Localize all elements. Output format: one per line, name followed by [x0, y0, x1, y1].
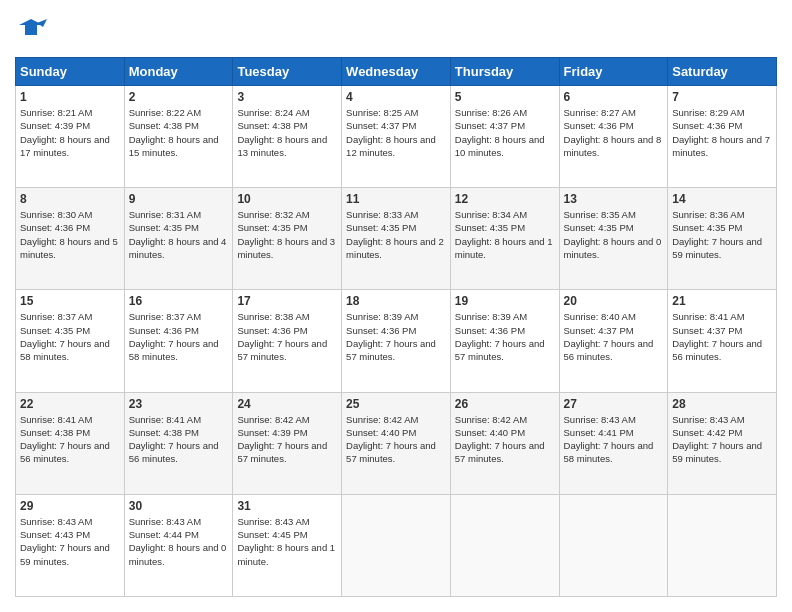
- day-number: 23: [129, 397, 229, 411]
- calendar-cell: 28Sunrise: 8:43 AMSunset: 4:42 PMDayligh…: [668, 392, 777, 494]
- cell-sunrise: Sunrise: 8:31 AMSunset: 4:35 PMDaylight:…: [129, 209, 227, 260]
- cell-sunrise: Sunrise: 8:29 AMSunset: 4:36 PMDaylight:…: [672, 107, 770, 158]
- calendar-cell: 20Sunrise: 8:40 AMSunset: 4:37 PMDayligh…: [559, 290, 668, 392]
- cell-sunrise: Sunrise: 8:40 AMSunset: 4:37 PMDaylight:…: [564, 311, 654, 362]
- day-number: 28: [672, 397, 772, 411]
- calendar-week-row: 8Sunrise: 8:30 AMSunset: 4:36 PMDaylight…: [16, 188, 777, 290]
- day-number: 19: [455, 294, 555, 308]
- cell-sunrise: Sunrise: 8:30 AMSunset: 4:36 PMDaylight:…: [20, 209, 118, 260]
- cell-sunrise: Sunrise: 8:43 AMSunset: 4:43 PMDaylight:…: [20, 516, 110, 567]
- svg-marker-2: [37, 19, 47, 27]
- cell-sunrise: Sunrise: 8:43 AMSunset: 4:41 PMDaylight:…: [564, 414, 654, 465]
- calendar-cell: 16Sunrise: 8:37 AMSunset: 4:36 PMDayligh…: [124, 290, 233, 392]
- day-number: 25: [346, 397, 446, 411]
- calendar-cell: 14Sunrise: 8:36 AMSunset: 4:35 PMDayligh…: [668, 188, 777, 290]
- day-number: 14: [672, 192, 772, 206]
- day-number: 18: [346, 294, 446, 308]
- calendar-header-row: SundayMondayTuesdayWednesdayThursdayFrid…: [16, 58, 777, 86]
- calendar-day-header: Saturday: [668, 58, 777, 86]
- cell-sunrise: Sunrise: 8:37 AMSunset: 4:35 PMDaylight:…: [20, 311, 110, 362]
- day-number: 6: [564, 90, 664, 104]
- day-number: 5: [455, 90, 555, 104]
- calendar-cell: 13Sunrise: 8:35 AMSunset: 4:35 PMDayligh…: [559, 188, 668, 290]
- cell-sunrise: Sunrise: 8:24 AMSunset: 4:38 PMDaylight:…: [237, 107, 327, 158]
- calendar-cell: [559, 494, 668, 596]
- calendar-cell: 9Sunrise: 8:31 AMSunset: 4:35 PMDaylight…: [124, 188, 233, 290]
- day-number: 9: [129, 192, 229, 206]
- calendar-cell: 23Sunrise: 8:41 AMSunset: 4:38 PMDayligh…: [124, 392, 233, 494]
- cell-sunrise: Sunrise: 8:21 AMSunset: 4:39 PMDaylight:…: [20, 107, 110, 158]
- calendar-cell: 17Sunrise: 8:38 AMSunset: 4:36 PMDayligh…: [233, 290, 342, 392]
- calendar-cell: 11Sunrise: 8:33 AMSunset: 4:35 PMDayligh…: [342, 188, 451, 290]
- day-number: 29: [20, 499, 120, 513]
- calendar-week-row: 1Sunrise: 8:21 AMSunset: 4:39 PMDaylight…: [16, 86, 777, 188]
- day-number: 13: [564, 192, 664, 206]
- calendar-cell: 10Sunrise: 8:32 AMSunset: 4:35 PMDayligh…: [233, 188, 342, 290]
- day-number: 1: [20, 90, 120, 104]
- cell-sunrise: Sunrise: 8:39 AMSunset: 4:36 PMDaylight:…: [455, 311, 545, 362]
- day-number: 10: [237, 192, 337, 206]
- cell-sunrise: Sunrise: 8:35 AMSunset: 4:35 PMDaylight:…: [564, 209, 662, 260]
- calendar-day-header: Sunday: [16, 58, 125, 86]
- calendar-cell: 4Sunrise: 8:25 AMSunset: 4:37 PMDaylight…: [342, 86, 451, 188]
- calendar-cell: 5Sunrise: 8:26 AMSunset: 4:37 PMDaylight…: [450, 86, 559, 188]
- day-number: 12: [455, 192, 555, 206]
- day-number: 8: [20, 192, 120, 206]
- cell-sunrise: Sunrise: 8:42 AMSunset: 4:39 PMDaylight:…: [237, 414, 327, 465]
- calendar-cell: 2Sunrise: 8:22 AMSunset: 4:38 PMDaylight…: [124, 86, 233, 188]
- calendar-cell: 3Sunrise: 8:24 AMSunset: 4:38 PMDaylight…: [233, 86, 342, 188]
- calendar-day-header: Wednesday: [342, 58, 451, 86]
- day-number: 16: [129, 294, 229, 308]
- calendar-day-header: Friday: [559, 58, 668, 86]
- calendar-cell: 6Sunrise: 8:27 AMSunset: 4:36 PMDaylight…: [559, 86, 668, 188]
- calendar-week-row: 22Sunrise: 8:41 AMSunset: 4:38 PMDayligh…: [16, 392, 777, 494]
- day-number: 21: [672, 294, 772, 308]
- cell-sunrise: Sunrise: 8:37 AMSunset: 4:36 PMDaylight:…: [129, 311, 219, 362]
- calendar-week-row: 29Sunrise: 8:43 AMSunset: 4:43 PMDayligh…: [16, 494, 777, 596]
- header: [15, 15, 777, 47]
- calendar-table: SundayMondayTuesdayWednesdayThursdayFrid…: [15, 57, 777, 597]
- day-number: 3: [237, 90, 337, 104]
- cell-sunrise: Sunrise: 8:42 AMSunset: 4:40 PMDaylight:…: [455, 414, 545, 465]
- calendar-cell: 26Sunrise: 8:42 AMSunset: 4:40 PMDayligh…: [450, 392, 559, 494]
- page: SundayMondayTuesdayWednesdayThursdayFrid…: [0, 0, 792, 612]
- calendar-cell: [342, 494, 451, 596]
- cell-sunrise: Sunrise: 8:41 AMSunset: 4:38 PMDaylight:…: [20, 414, 110, 465]
- day-number: 27: [564, 397, 664, 411]
- cell-sunrise: Sunrise: 8:25 AMSunset: 4:37 PMDaylight:…: [346, 107, 436, 158]
- calendar-cell: 29Sunrise: 8:43 AMSunset: 4:43 PMDayligh…: [16, 494, 125, 596]
- cell-sunrise: Sunrise: 8:32 AMSunset: 4:35 PMDaylight:…: [237, 209, 335, 260]
- calendar-week-row: 15Sunrise: 8:37 AMSunset: 4:35 PMDayligh…: [16, 290, 777, 392]
- svg-marker-1: [19, 19, 43, 35]
- calendar-cell: 12Sunrise: 8:34 AMSunset: 4:35 PMDayligh…: [450, 188, 559, 290]
- calendar-day-header: Monday: [124, 58, 233, 86]
- cell-sunrise: Sunrise: 8:27 AMSunset: 4:36 PMDaylight:…: [564, 107, 662, 158]
- calendar-day-header: Thursday: [450, 58, 559, 86]
- logo-icon: [15, 15, 47, 47]
- day-number: 11: [346, 192, 446, 206]
- cell-sunrise: Sunrise: 8:43 AMSunset: 4:45 PMDaylight:…: [237, 516, 335, 567]
- day-number: 2: [129, 90, 229, 104]
- calendar-cell: 19Sunrise: 8:39 AMSunset: 4:36 PMDayligh…: [450, 290, 559, 392]
- day-number: 7: [672, 90, 772, 104]
- calendar-cell: 31Sunrise: 8:43 AMSunset: 4:45 PMDayligh…: [233, 494, 342, 596]
- cell-sunrise: Sunrise: 8:33 AMSunset: 4:35 PMDaylight:…: [346, 209, 444, 260]
- cell-sunrise: Sunrise: 8:39 AMSunset: 4:36 PMDaylight:…: [346, 311, 436, 362]
- calendar-cell: 1Sunrise: 8:21 AMSunset: 4:39 PMDaylight…: [16, 86, 125, 188]
- day-number: 17: [237, 294, 337, 308]
- day-number: 20: [564, 294, 664, 308]
- cell-sunrise: Sunrise: 8:26 AMSunset: 4:37 PMDaylight:…: [455, 107, 545, 158]
- day-number: 30: [129, 499, 229, 513]
- cell-sunrise: Sunrise: 8:22 AMSunset: 4:38 PMDaylight:…: [129, 107, 219, 158]
- calendar-cell: [450, 494, 559, 596]
- cell-sunrise: Sunrise: 8:38 AMSunset: 4:36 PMDaylight:…: [237, 311, 327, 362]
- day-number: 22: [20, 397, 120, 411]
- calendar-cell: 25Sunrise: 8:42 AMSunset: 4:40 PMDayligh…: [342, 392, 451, 494]
- calendar-cell: 21Sunrise: 8:41 AMSunset: 4:37 PMDayligh…: [668, 290, 777, 392]
- calendar-cell: [668, 494, 777, 596]
- calendar-cell: 24Sunrise: 8:42 AMSunset: 4:39 PMDayligh…: [233, 392, 342, 494]
- cell-sunrise: Sunrise: 8:43 AMSunset: 4:44 PMDaylight:…: [129, 516, 227, 567]
- day-number: 15: [20, 294, 120, 308]
- cell-sunrise: Sunrise: 8:41 AMSunset: 4:37 PMDaylight:…: [672, 311, 762, 362]
- cell-sunrise: Sunrise: 8:41 AMSunset: 4:38 PMDaylight:…: [129, 414, 219, 465]
